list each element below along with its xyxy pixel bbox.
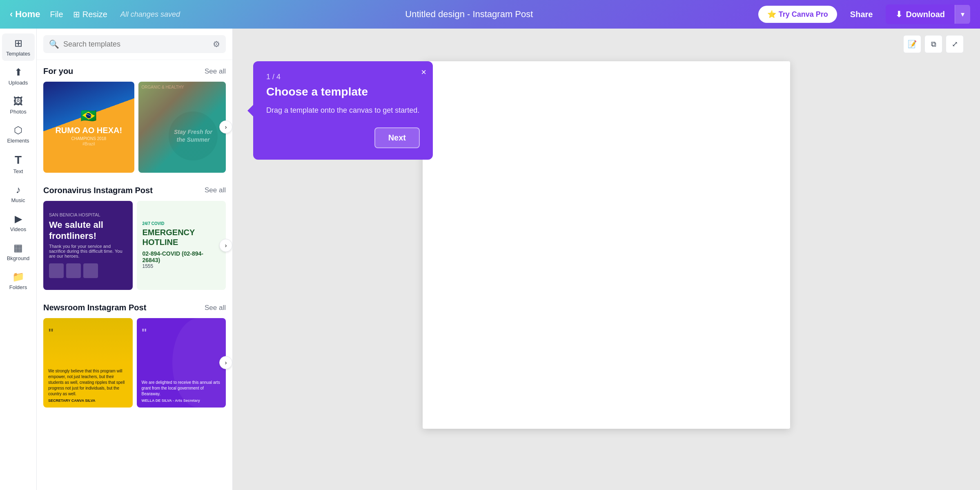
fresh-template-card[interactable]: ORGANIC & HEALTHY Stay Fresh for the Sum…: [138, 82, 226, 173]
copy-icon: ⧉: [931, 40, 936, 49]
file-menu[interactable]: File: [50, 10, 63, 19]
newsroom-carousel-next[interactable]: ›: [219, 356, 232, 369]
coronavirus-see-all[interactable]: See all: [205, 186, 226, 194]
covid-number: 1555: [143, 263, 220, 269]
sidebar-label-elements: Elements: [7, 138, 29, 144]
news-bg-overlay: [43, 318, 133, 363]
covid-template-card-1[interactable]: SAN BENICIA HOSPITAL We salute all front…: [43, 201, 133, 290]
coronavirus-title: Coronavirus Instagram Post: [43, 186, 153, 195]
sidebar-item-folders[interactable]: 📁 Folders: [2, 267, 35, 294]
sidebar-item-elements[interactable]: ⬡ Elements: [2, 120, 35, 148]
newsroom-see-all[interactable]: See all: [205, 304, 226, 312]
news-quote-1: We strongly believe that this program wi…: [48, 368, 128, 397]
covid-sub: Thank you for your service and sacrifice…: [49, 244, 127, 258]
tooltip-arrow: [247, 105, 253, 116]
for-you-title: For you: [43, 67, 73, 76]
templates-panel: 🔍 ⚙ For you See all 🇧🇷 RUMO AO HEXA! CHA…: [37, 29, 233, 490]
download-icon: ⬇: [895, 9, 902, 19]
folders-icon: 📁: [12, 271, 24, 283]
covid-figure-3: [83, 263, 98, 278]
header: ‹ Home File ⊞ Resize All changes saved U…: [0, 0, 980, 29]
sidebar-item-background[interactable]: ▦ Bkground: [2, 238, 35, 265]
news-quote-mark: ": [48, 326, 53, 339]
coronavirus-section: Coronavirus Instagram Post See all SAN B…: [37, 179, 232, 297]
sidebar-item-photos[interactable]: 🖼 Photos: [2, 91, 35, 119]
expand-icon: ⤢: [952, 40, 958, 49]
videos-icon: ▶: [15, 213, 22, 225]
sidebar-item-uploads[interactable]: ⬆ Uploads: [2, 62, 35, 90]
sidebar-item-videos[interactable]: ▶ Videos: [2, 209, 35, 236]
brazil-sub: CHAMPIONS 2018: [71, 136, 106, 141]
filter-icon[interactable]: ⚙: [213, 39, 220, 49]
photos-icon: 🖼: [13, 96, 23, 107]
news-template-card-1[interactable]: " We strongly believe that this program …: [43, 318, 133, 408]
resize-icon: ⊞: [73, 9, 80, 19]
sidebar-label-photos: Photos: [10, 109, 26, 115]
download-label: Download: [906, 10, 945, 19]
templates-icon: ⊞: [14, 38, 22, 49]
share-button[interactable]: Share: [844, 7, 880, 22]
notes-tool-button[interactable]: 📝: [903, 35, 921, 53]
star-icon: ⭐: [767, 10, 776, 19]
download-button[interactable]: ⬇ Download: [886, 4, 955, 24]
for-you-carousel-next[interactable]: ›: [219, 120, 232, 134]
brazil-template-card[interactable]: 🇧🇷 RUMO AO HEXA! CHAMPIONS 2018 #Brazil: [43, 82, 134, 173]
tooltip-description: Drag a template onto the canvas to get s…: [266, 105, 420, 116]
sidebar-item-text[interactable]: T Text: [2, 149, 35, 178]
newsroom-grid: " We strongly believe that this program …: [43, 318, 226, 408]
tooltip-next-button[interactable]: Next: [374, 127, 420, 148]
newsroom-header: Newsroom Instagram Post See all: [43, 303, 226, 312]
fresh-bg: [138, 82, 226, 173]
search-input[interactable]: [63, 40, 209, 49]
brazil-flag: 🇧🇷: [80, 108, 97, 123]
tooltip-close-button[interactable]: ×: [421, 67, 426, 78]
header-left: ‹ Home File ⊞ Resize All changes saved: [10, 9, 180, 20]
brazil-hashtag: #Brazil: [82, 142, 95, 146]
covid-figure-1: [49, 263, 64, 278]
music-icon: ♪: [16, 184, 21, 196]
canvas-page: [423, 61, 790, 429]
covid-hotline: 02-894-COVID (02-894-26843): [143, 250, 220, 263]
sidebar-label-templates: Templates: [6, 51, 30, 57]
for-you-grid: 🇧🇷 RUMO AO HEXA! CHAMPIONS 2018 #Brazil …: [43, 82, 226, 173]
for-you-see-all[interactable]: See all: [205, 67, 226, 76]
coronavirus-carousel-next[interactable]: ›: [219, 239, 232, 252]
sidebar-label-music: Music: [11, 197, 25, 203]
left-sidebar: ⊞ Templates ⬆ Uploads 🖼 Photos ⬡ Element…: [0, 29, 37, 490]
covid-template-card-2[interactable]: 24/7 COVID EMERGENCY HOTLINE 02-894-COVI…: [137, 201, 226, 290]
covid-emergency-title: EMERGENCY HOTLINE: [143, 227, 220, 247]
sidebar-label-folders: Folders: [9, 284, 27, 290]
resize-button[interactable]: ⊞ Resize: [73, 9, 107, 19]
home-label: Home: [15, 9, 40, 20]
for-you-section: For you See all 🇧🇷 RUMO AO HEXA! CHAMPIO…: [37, 60, 232, 179]
canvas-toolbar: 📝 ⧉ ⤢: [903, 35, 964, 53]
for-you-header: For you See all: [43, 67, 226, 76]
expand-tool-button[interactable]: ⤢: [946, 35, 964, 53]
copy-tool-button[interactable]: ⧉: [924, 35, 942, 53]
home-button[interactable]: ‹ Home: [10, 9, 40, 20]
try-pro-button[interactable]: ⭐ Try Canva Pro: [758, 6, 837, 23]
news-author-1: SECRETARY CANVA SILVA: [48, 399, 128, 403]
newsroom-section: Newsroom Instagram Post See all " We str…: [37, 296, 232, 414]
sidebar-item-music[interactable]: ♪ Music: [2, 180, 35, 207]
canvas-area: 📝 ⧉ ⤢ × 1 / 4 Choose a template Drag a t…: [233, 29, 980, 490]
sidebar-item-templates[interactable]: ⊞ Templates: [2, 33, 35, 61]
tooltip-title: Choose a template: [266, 85, 420, 98]
sidebar-label-text: Text: [13, 168, 23, 174]
elements-icon: ⬡: [14, 125, 22, 136]
tooltip-actions: Next: [266, 127, 420, 148]
tooltip-popup: × 1 / 4 Choose a template Drag a templat…: [253, 61, 433, 160]
coronavirus-header: Coronavirus Instagram Post See all: [43, 186, 226, 195]
document-title: Untitled design - Instagram Post: [180, 9, 758, 20]
brazil-title: RUMO AO HEXA!: [55, 126, 122, 135]
covid-figure-2: [66, 263, 81, 278]
covid-salute: We salute all frontliners!: [49, 220, 127, 241]
text-icon: T: [15, 154, 22, 167]
download-button-group: ⬇ Download ▾: [886, 4, 970, 24]
search-bar: 🔍 ⚙: [43, 35, 226, 53]
header-right: ⭐ Try Canva Pro Share ⬇ Download ▾: [758, 4, 970, 24]
download-dropdown-button[interactable]: ▾: [955, 5, 970, 24]
chevron-left-icon: ‹: [10, 9, 13, 20]
covid-hospital: SAN BENICIA HOSPITAL: [49, 212, 127, 217]
news-template-card-2[interactable]: " We are delighted to receive this annua…: [137, 318, 226, 408]
